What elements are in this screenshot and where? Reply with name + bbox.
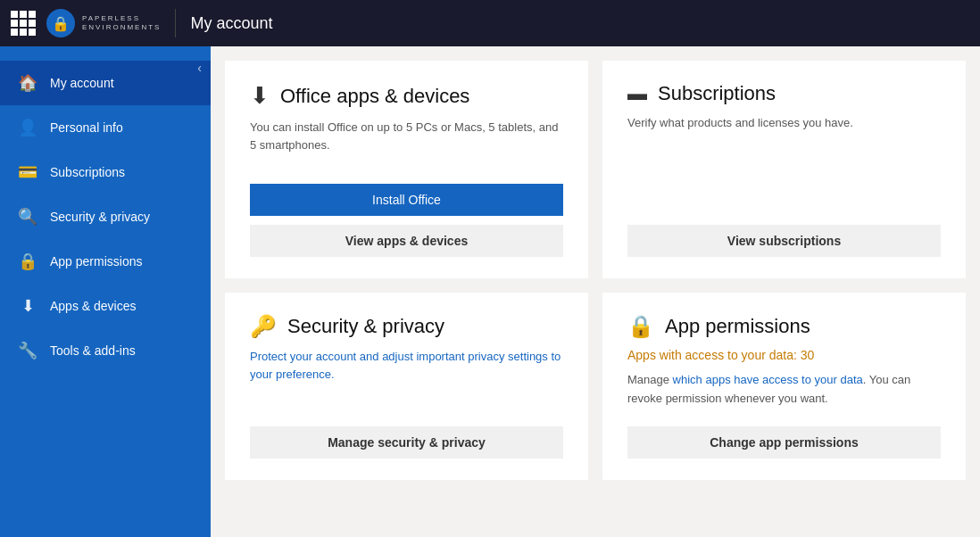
sidebar-item-label: Security & privacy	[50, 210, 150, 224]
download-icon: ⬇	[18, 296, 37, 316]
subscriptions-card: ▬ Subscriptions Verify what products and…	[602, 61, 966, 278]
sidebar-item-label: Tools & add-ins	[50, 343, 136, 358]
app-permissions-description: Manage which apps have access to your da…	[627, 371, 941, 409]
home-icon: 🏠	[18, 73, 37, 93]
sidebar-item-label: Subscriptions	[50, 165, 125, 179]
office-apps-card: ⬇ Office apps & devices You can install …	[225, 61, 588, 278]
logo-icon: 🔒	[46, 9, 75, 37]
subscriptions-title: Subscriptions	[658, 82, 776, 105]
topbar: 🔒 PAPERLESS ENVIRONMENTS My account	[0, 0, 980, 46]
app-permissions-header: 🔒 App permissions	[627, 314, 941, 339]
sidebar-item-apps-devices[interactable]: ⬇ Apps & devices	[0, 284, 211, 328]
security-privacy-header: 🔑 Security & privacy	[250, 314, 563, 339]
subscriptions-icon: ▬	[627, 82, 647, 105]
sidebar-item-app-permissions[interactable]: 🔒 App permissions	[0, 239, 211, 284]
sidebar: ‹ 🏠 My account 👤 Personal info 💳 Subscri…	[0, 46, 211, 537]
logo-text: PAPERLESS ENVIRONMENTS	[82, 14, 161, 31]
view-subscriptions-button[interactable]: View subscriptions	[627, 225, 941, 257]
lock-icon: 🔒	[18, 252, 37, 271]
wrench-icon: 🔧	[18, 341, 37, 360]
subscriptions-description: Verify what products and licenses you ha…	[627, 114, 941, 132]
security-privacy-description: Protect your account and adjust importan…	[250, 348, 563, 383]
sidebar-nav: 🏠 My account 👤 Personal info 💳 Subscript…	[0, 61, 211, 373]
cards-grid: ⬇ Office apps & devices You can install …	[225, 61, 966, 480]
office-apps-description: You can install Office on up to 5 PCs or…	[250, 119, 563, 153]
app-lock-icon: 🔒	[627, 314, 654, 339]
app-permissions-title: App permissions	[665, 315, 810, 338]
install-office-button[interactable]: Install Office	[250, 184, 563, 216]
security-icon: 🔑	[250, 314, 277, 339]
sidebar-collapse-button[interactable]: ‹	[197, 61, 202, 75]
search-icon: 🔍	[18, 207, 37, 227]
sidebar-item-personal-info[interactable]: 👤 Personal info	[0, 105, 211, 150]
app-permissions-link[interactable]: which apps have access to your data	[673, 373, 863, 386]
sidebar-item-label: Personal info	[50, 120, 123, 135]
view-apps-devices-button[interactable]: View apps & devices	[250, 225, 563, 257]
manage-security-button[interactable]: Manage security & privacy	[250, 426, 563, 459]
sidebar-item-label: Apps & devices	[50, 299, 137, 313]
app-permissions-card: 🔒 App permissions Apps with access to yo…	[602, 293, 966, 480]
change-app-permissions-button[interactable]: Change app permissions	[627, 426, 941, 459]
sidebar-item-security-privacy[interactable]: 🔍 Security & privacy	[0, 194, 211, 239]
sidebar-item-subscriptions[interactable]: 💳 Subscriptions	[0, 150, 211, 194]
main-layout: ‹ 🏠 My account 👤 Personal info 💳 Subscri…	[0, 46, 980, 537]
sidebar-item-my-account[interactable]: 🏠 My account	[0, 61, 211, 105]
main-content: ⬇ Office apps & devices You can install …	[211, 46, 980, 537]
subscriptions-header: ▬ Subscriptions	[627, 82, 941, 105]
brand-logo: 🔒 PAPERLESS ENVIRONMENTS	[46, 9, 176, 37]
page-heading: My account	[190, 14, 272, 33]
office-apps-header: ⬇ Office apps & devices	[250, 82, 563, 110]
app-count-text: Apps with access to your data: 30	[627, 348, 941, 362]
sidebar-item-tools-addins[interactable]: 🔧 Tools & add-ins	[0, 328, 211, 373]
card-icon: 💳	[18, 162, 37, 182]
app-launcher-button[interactable]	[11, 11, 36, 36]
security-privacy-card: 🔑 Security & privacy Protect your accoun…	[225, 293, 588, 480]
sidebar-item-label: My account	[50, 76, 114, 90]
security-privacy-title: Security & privacy	[287, 315, 444, 338]
download-office-icon: ⬇	[250, 82, 270, 110]
sidebar-item-label: App permissions	[50, 254, 143, 268]
office-apps-title: Office apps & devices	[280, 85, 469, 108]
person-icon: 👤	[18, 118, 37, 137]
